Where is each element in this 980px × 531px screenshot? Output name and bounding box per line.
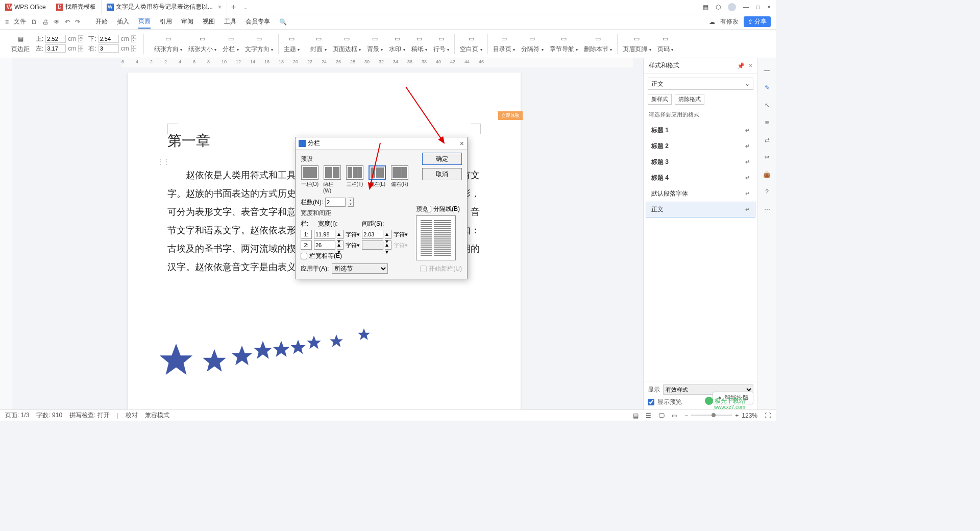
close-icon[interactable]: × [460, 139, 464, 148]
pin-icon[interactable]: 📌 [737, 62, 745, 69]
star-icon[interactable] [329, 334, 344, 348]
preset-option[interactable]: 两栏(W) [323, 165, 341, 194]
margin-right-input[interactable] [99, 44, 119, 53]
status-page[interactable]: 页面: 1/3 [5, 411, 29, 420]
ribbon-水印[interactable]: ▭水印 ▾ [386, 33, 408, 55]
collapse-icon[interactable]: — [762, 65, 772, 76]
menu-icon[interactable]: ≡ [5, 18, 9, 26]
status-spell[interactable]: 拼写检查: 打开 [69, 411, 110, 420]
star-icon[interactable] [231, 345, 253, 367]
cancel-button[interactable]: 取消 [422, 168, 462, 180]
promo-badge[interactable]: 立即体验 [498, 111, 523, 120]
view-web-icon[interactable]: 🖵 [658, 412, 665, 419]
preview-checkbox[interactable] [648, 399, 654, 405]
tab-member[interactable]: 会员专享 [246, 15, 270, 28]
cube-icon[interactable]: ⬡ [716, 4, 721, 11]
zoom-in-icon[interactable]: + [735, 412, 739, 419]
tab-document[interactable]: W 文字是人类用符号记录表达信息以... × [102, 1, 227, 14]
ribbon-纸张大小[interactable]: ▭纸张大小 ▾ [185, 33, 219, 55]
preset-option[interactable]: 偏右(R) [390, 165, 409, 194]
zoom-slider[interactable] [691, 415, 732, 416]
star-icon[interactable] [306, 335, 322, 350]
style-item[interactable]: 标题 3↵ [646, 154, 755, 170]
spinner[interactable]: ▴▾ [337, 240, 344, 250]
redo-icon[interactable]: ↷ [75, 18, 80, 26]
preset-option[interactable]: 三栏(T) [346, 165, 364, 194]
ribbon-页码[interactable]: ▭页码 ▾ [654, 33, 676, 55]
star-icon[interactable] [272, 340, 290, 358]
share-button[interactable]: ⇪分享 [744, 16, 771, 27]
style-item[interactable]: 标题 4↵ [646, 170, 755, 186]
tab-view[interactable]: 视图 [203, 15, 215, 28]
style-item[interactable]: 默认段落字体↵ [646, 186, 755, 202]
save-icon[interactable]: 🗋 [31, 18, 37, 26]
width-input[interactable] [314, 230, 335, 239]
preview-icon[interactable]: 👁 [54, 18, 60, 26]
ribbon-封面[interactable]: ▭封面 ▾ [307, 33, 329, 55]
ribbon-删除本节[interactable]: ▭删除本节 ▾ [581, 33, 615, 55]
undo-icon[interactable]: ↶ [65, 18, 70, 26]
dialog-titlebar[interactable]: 分栏 × [296, 137, 467, 150]
margin-top-input[interactable] [45, 35, 66, 43]
apply-to-select[interactable]: 所选节 [332, 263, 388, 274]
new-style-button[interactable]: 新样式 [648, 94, 672, 105]
ribbon-分栏[interactable]: ▭分栏 ▾ [219, 33, 241, 55]
grid-icon[interactable]: ▦ [703, 4, 708, 11]
ribbon-分隔符[interactable]: ▭分隔符 ▾ [518, 33, 546, 55]
style-item[interactable]: 正文↵ [646, 202, 755, 218]
ribbon-纸张方向[interactable]: ▭纸张方向 ▾ [151, 33, 185, 55]
zoom-value[interactable]: 123% [742, 412, 757, 419]
status-words[interactable]: 字数: 910 [36, 411, 62, 420]
ok-button[interactable]: 确定 [422, 153, 462, 165]
cursor-icon[interactable]: ↖ [762, 100, 772, 110]
tab-page[interactable]: 页面 [138, 15, 151, 29]
tab-review[interactable]: 审阅 [181, 15, 193, 28]
ribbon-目录页[interactable]: ▭目录页 ▾ [490, 33, 518, 55]
print-icon[interactable]: 🖨 [42, 18, 48, 26]
ribbon-主题[interactable]: ▭主题 ▾ [281, 33, 303, 55]
width-input[interactable] [314, 240, 335, 250]
preset-option[interactable]: 一栏(O) [301, 165, 319, 194]
fit-icon[interactable]: ⛶ [765, 412, 771, 419]
current-style-select[interactable]: 正文⌄ [648, 78, 753, 90]
help-icon[interactable]: ? [762, 187, 772, 197]
spinner[interactable]: ▴▾ [348, 198, 354, 207]
close-window-icon[interactable]: × [767, 4, 771, 11]
avatar-icon[interactable] [728, 3, 736, 11]
style-item[interactable]: 标题 2↵ [646, 138, 755, 154]
transfer-icon[interactable]: ⇄ [762, 135, 772, 145]
style-item[interactable]: 标题 1↵ [646, 123, 755, 138]
view-outline-icon[interactable]: ☰ [646, 412, 651, 419]
minimize-icon[interactable]: — [743, 4, 749, 11]
star-icon[interactable] [202, 348, 227, 374]
margin-button[interactable]: ▦页边距 [8, 33, 33, 55]
cols-input[interactable] [325, 198, 346, 207]
add-tab-button[interactable]: + [227, 3, 240, 12]
layers-icon[interactable]: ≋ [762, 117, 772, 128]
view-print-icon[interactable]: ▤ [633, 412, 639, 419]
star-icon[interactable] [253, 340, 273, 360]
tab-ref[interactable]: 引用 [160, 15, 172, 28]
tab-start[interactable]: 开始 [95, 15, 108, 28]
ribbon-文字方向[interactable]: ▭文字方向 ▾ [242, 33, 276, 55]
zoom-out-icon[interactable]: − [684, 412, 688, 419]
search-icon[interactable]: 🔍 [279, 16, 287, 28]
tab-insert[interactable]: 插入 [117, 15, 129, 28]
ribbon-行号[interactable]: ▭行号 ▾ [430, 33, 452, 55]
status-proof[interactable]: 校对 [126, 411, 138, 420]
tools-icon[interactable]: ✂ [762, 152, 772, 162]
equal-width-checkbox[interactable] [301, 253, 307, 259]
spacing-input[interactable] [362, 230, 383, 239]
tab-template[interactable]: D 找稻壳模板 [51, 1, 102, 14]
close-icon[interactable]: × [218, 4, 222, 11]
bag-icon[interactable]: 👜 [762, 170, 772, 180]
ribbon-稿纸[interactable]: ▭稿纸 ▾ [408, 33, 430, 55]
maximize-icon[interactable]: □ [756, 4, 760, 11]
spinner[interactable]: ▴▾ [78, 35, 83, 42]
ribbon-页眉页脚[interactable]: ▭页眉页脚 ▾ [620, 33, 654, 55]
preset-option[interactable]: 偏左(L) [368, 165, 386, 194]
spinner[interactable]: ▴▾ [337, 230, 344, 239]
ribbon-页面边框[interactable]: ▭页面边框 ▾ [330, 33, 364, 55]
margin-left-input[interactable] [45, 44, 66, 53]
more-icon[interactable]: ⋯ [762, 204, 772, 214]
